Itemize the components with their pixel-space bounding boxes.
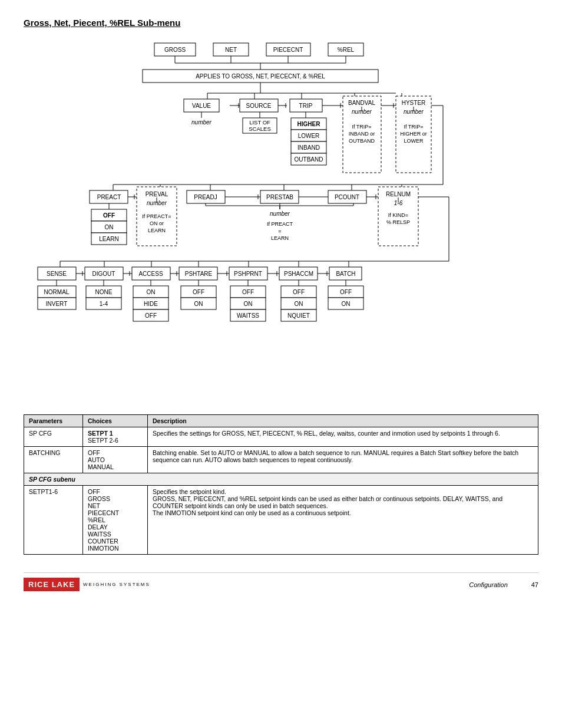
svg-text:NQUIET: NQUIET xyxy=(287,312,310,319)
page-title: Gross, Net, Piecent, %REL Sub-menu xyxy=(24,18,538,28)
svg-text:LOWER: LOWER xyxy=(404,138,424,144)
svg-text:HIGHER or: HIGHER or xyxy=(400,131,427,137)
choices-batching: OFFAUTOMANUAL xyxy=(83,447,148,473)
param-batching: BATCHING xyxy=(24,447,83,473)
svg-text:INBAND: INBAND xyxy=(297,144,320,151)
footer-center: Configuration 47 xyxy=(150,581,538,588)
svg-text:PREADJ: PREADJ xyxy=(194,194,217,200)
svg-text:PRESTAB: PRESTAB xyxy=(266,194,293,200)
svg-text:number: number xyxy=(270,210,290,217)
svg-text:SENSE: SENSE xyxy=(47,271,67,277)
svg-text:INBAND or: INBAND or xyxy=(349,131,375,137)
svg-text:LIST OF: LIST OF xyxy=(249,119,270,126)
table-row-batching: BATCHING OFFAUTOMANUAL Batching enable. … xyxy=(24,447,538,473)
svg-text:1-4: 1-4 xyxy=(100,301,108,307)
table-row-setpt16: SETPT1-6 OFFGROSSNETPIECECNT%RELDELAYWAI… xyxy=(24,486,538,555)
svg-text:OFF: OFF xyxy=(293,289,305,295)
svg-text:ON: ON xyxy=(244,301,253,307)
svg-text:WAITSS: WAITSS xyxy=(237,312,259,319)
svg-text:OFF: OFF xyxy=(193,289,204,295)
choices-setpt16: OFFGROSSNETPIECECNT%RELDELAYWAITSSCOUNTE… xyxy=(83,486,148,555)
svg-text:OFF: OFF xyxy=(340,289,352,295)
svg-text:number: number xyxy=(191,119,212,126)
svg-text:OFF: OFF xyxy=(145,312,157,319)
svg-text:PCOUNT: PCOUNT xyxy=(335,194,359,200)
svg-text:ON: ON xyxy=(342,301,351,307)
svg-text:LEARN: LEARN xyxy=(99,236,118,242)
svg-text:VALUE: VALUE xyxy=(192,103,211,109)
svg-text:BATCH: BATCH xyxy=(336,271,355,277)
svg-text:OUTBAND: OUTBAND xyxy=(349,138,375,144)
svg-text:NORMAL: NORMAL xyxy=(44,289,70,295)
parameters-table: Parameters Choices Description SP CFG SE… xyxy=(24,414,538,555)
svg-text:ON: ON xyxy=(194,301,203,307)
svg-text:HIDE: HIDE xyxy=(144,301,158,307)
col-header-description: Description xyxy=(148,415,538,427)
svg-text:NET: NET xyxy=(225,47,237,53)
svg-text:PIECECNT: PIECECNT xyxy=(273,47,303,53)
desc-batching: Batching enable. Set to AUTO or MANUAL t… xyxy=(148,447,538,473)
col-header-choices: Choices xyxy=(83,415,148,427)
svg-text:TRIP: TRIP xyxy=(299,103,313,109)
svg-text:NONE: NONE xyxy=(95,289,113,295)
subheader-label: SP CFG subenu xyxy=(24,473,538,486)
svg-text:PSHPRNT: PSHPRNT xyxy=(234,271,262,277)
desc-setpt16: Specifies the setpoint kind.GROSS, NET, … xyxy=(148,486,538,555)
svg-text:LEARN: LEARN xyxy=(271,235,289,241)
svg-text:PREACT: PREACT xyxy=(97,194,121,200)
svg-text:=: = xyxy=(278,228,281,234)
desc-spcfg: Specifies the settings for GROSS, NET, P… xyxy=(148,427,538,447)
svg-text:BANDVAL: BANDVAL xyxy=(348,100,375,106)
param-spcfg: SP CFG xyxy=(24,427,83,447)
svg-text:DIGOUT: DIGOUT xyxy=(92,271,115,277)
svg-text:HIGHER: HIGHER xyxy=(297,121,321,127)
page-number: 47 xyxy=(531,581,538,588)
param-setpt16: SETPT1-6 xyxy=(24,486,83,555)
svg-text:If PREACT: If PREACT xyxy=(267,221,293,227)
logo-text: RICE LAKE xyxy=(24,578,80,591)
svg-text:HYSTER: HYSTER xyxy=(402,100,426,106)
svg-text:ON: ON xyxy=(147,289,156,295)
svg-text:LEARN: LEARN xyxy=(148,228,166,233)
svg-text:ON: ON xyxy=(295,301,303,307)
svg-text:OFF: OFF xyxy=(242,289,254,295)
svg-text:LOWER: LOWER xyxy=(298,133,320,139)
svg-text:If TRIP=: If TRIP= xyxy=(404,124,423,130)
svg-text:PSHACCM: PSHACCM xyxy=(284,271,313,277)
table-row-subheader: SP CFG subenu xyxy=(24,473,538,486)
svg-text:ON or: ON or xyxy=(150,220,164,226)
svg-text:GROSS: GROSS xyxy=(164,47,186,53)
logo-area: RICE LAKE WEIGHING SYSTEMS xyxy=(24,578,150,591)
choices-spcfg: SETPT 1SETPT 2-6 xyxy=(83,427,148,447)
svg-text:ON: ON xyxy=(105,224,114,230)
svg-text:%REL: %REL xyxy=(338,47,355,53)
svg-text:PREVAL: PREVAL xyxy=(146,191,168,197)
svg-text:OFF: OFF xyxy=(103,212,115,219)
svg-text:RELNUM: RELNUM xyxy=(386,191,411,197)
svg-text:PSHTARE: PSHTARE xyxy=(185,271,213,277)
svg-text:SCALES: SCALES xyxy=(249,126,271,132)
svg-text:If PREACT=: If PREACT= xyxy=(142,213,171,219)
svg-text:ACCESS: ACCESS xyxy=(138,271,163,277)
svg-text:If TRIP=: If TRIP= xyxy=(352,124,371,130)
footer-label: Configuration xyxy=(469,581,507,588)
svg-text:OUTBAND: OUTBAND xyxy=(295,156,323,163)
table-row-spcfg: SP CFG SETPT 1SETPT 2-6 Specifies the se… xyxy=(24,427,538,447)
svg-text:SOURCE: SOURCE xyxy=(246,103,272,109)
svg-text:% RELSP: % RELSP xyxy=(386,219,410,225)
col-header-parameters: Parameters xyxy=(24,415,83,427)
flowchart-diagram: GROSS NET PIECECNT %REL APPLIES TO GROSS… xyxy=(25,37,537,403)
svg-text:APPLIES TO GROSS, NET, PIECECN: APPLIES TO GROSS, NET, PIECECNT, & %REL xyxy=(196,73,325,80)
logo-subtext: WEIGHING SYSTEMS xyxy=(83,582,150,587)
svg-text:INVERT: INVERT xyxy=(46,301,68,307)
page-footer: RICE LAKE WEIGHING SYSTEMS Configuration… xyxy=(24,572,538,591)
svg-text:If KIND=: If KIND= xyxy=(388,212,408,218)
